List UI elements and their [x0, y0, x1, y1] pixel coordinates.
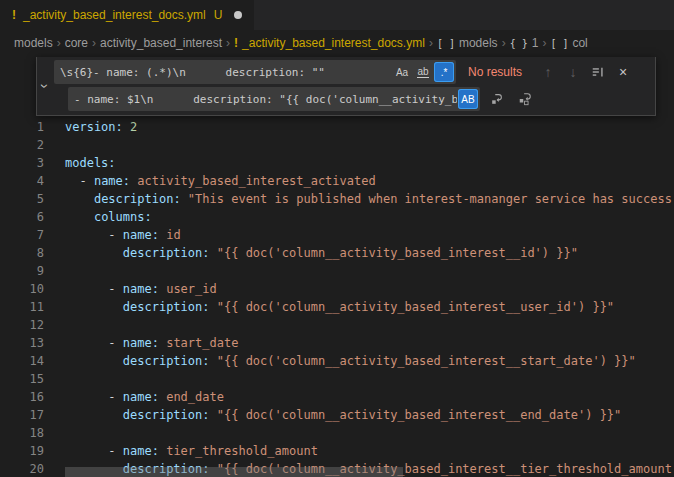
- line-number[interactable]: 10: [0, 280, 44, 298]
- preserve-case-button[interactable]: AB: [458, 89, 478, 109]
- line-number[interactable]: 5: [0, 190, 44, 208]
- breadcrumb-item[interactable]: activity_based_interest: [100, 36, 222, 50]
- code-token: start_date: [166, 336, 238, 350]
- breadcrumb-label: col: [572, 36, 587, 50]
- code-token: name:: [94, 174, 130, 188]
- line-number[interactable]: 14: [0, 352, 44, 370]
- line-number[interactable]: 4: [0, 172, 44, 190]
- regex-button[interactable]: .*: [434, 62, 454, 82]
- breadcrumb-label: activity_based_interest: [100, 36, 222, 50]
- code-area: version: 2models: - name: activity_based…: [65, 118, 674, 477]
- breadcrumb-separator: ›: [429, 36, 433, 50]
- code-line[interactable]: [65, 316, 674, 334]
- find-in-selection-button[interactable]: [587, 61, 609, 83]
- code-line[interactable]: - name: user_id: [65, 280, 674, 298]
- code-token: name:: [123, 444, 159, 458]
- breadcrumb-item[interactable]: core: [65, 36, 88, 50]
- code-line[interactable]: - name: id: [65, 226, 674, 244]
- breadcrumb-item[interactable]: !_activity_based_interest_docs.yml: [234, 36, 425, 50]
- editor[interactable]: 1234567891011121314151617181920 version:…: [0, 56, 674, 477]
- line-number[interactable]: 8: [0, 244, 44, 262]
- match-case-button[interactable]: Aa: [392, 62, 412, 82]
- code-line[interactable]: - name: activity_based_interest_activate…: [65, 172, 674, 190]
- code-token: "This event is published when interest-m…: [188, 192, 672, 206]
- code-line[interactable]: - name: tier_threshold_amount: [65, 442, 674, 460]
- line-number[interactable]: 12: [0, 316, 44, 334]
- code-line[interactable]: description: "This event is published wh…: [65, 190, 674, 208]
- tab-active-file[interactable]: ! _activity_based_interest_docs.yml U: [0, 0, 255, 30]
- code-line[interactable]: description: "{{ doc('column__activity_b…: [65, 298, 674, 316]
- code-token: [210, 408, 217, 422]
- close-button[interactable]: ×: [612, 61, 634, 83]
- code-token: -: [65, 174, 94, 188]
- code-line[interactable]: description: "{{ doc('column__activity_b…: [65, 406, 674, 424]
- line-number[interactable]: 19: [0, 442, 44, 460]
- code-token: [123, 120, 130, 134]
- gutter: 1234567891011121314151617181920: [0, 118, 44, 477]
- replace-input[interactable]: [74, 93, 457, 106]
- breadcrumb-item[interactable]: [ ]models: [437, 36, 498, 50]
- next-match-button[interactable]: ↓: [562, 61, 584, 83]
- find-widget: › Aa ab .* No results ↑ ↓: [36, 57, 656, 116]
- code-line[interactable]: [65, 370, 674, 388]
- line-number[interactable]: 9: [0, 262, 44, 280]
- replace-button[interactable]: [486, 88, 508, 110]
- breadcrumb-item[interactable]: { }1: [510, 36, 539, 50]
- replace-all-button[interactable]: [514, 88, 536, 110]
- breadcrumb-label: models: [459, 36, 498, 50]
- dirty-indicator[interactable]: [234, 11, 242, 19]
- whole-word-button[interactable]: ab: [413, 62, 433, 82]
- breadcrumb-label: _activity_based_interest_docs.yml: [242, 36, 425, 50]
- code-line[interactable]: description: "{{ doc('column__activity_b…: [65, 244, 674, 262]
- breadcrumb-item[interactable]: models: [14, 36, 53, 50]
- line-number[interactable]: 17: [0, 406, 44, 424]
- line-number[interactable]: 6: [0, 208, 44, 226]
- find-input[interactable]: [60, 66, 391, 79]
- symbol-array-icon: [ ]: [437, 38, 455, 49]
- code-line[interactable]: - name: start_date: [65, 334, 674, 352]
- code-token: models:: [65, 156, 116, 170]
- code-line[interactable]: models:: [65, 154, 674, 172]
- toggle-replace-button[interactable]: ›: [37, 60, 54, 111]
- line-number[interactable]: 16: [0, 388, 44, 406]
- code-line[interactable]: [65, 424, 674, 442]
- code-token: -: [65, 336, 123, 350]
- find-widget-rows: Aa ab .* No results ↑ ↓: [54, 60, 651, 111]
- breadcrumb-separator: ›: [226, 36, 230, 50]
- line-number[interactable]: 2: [0, 136, 44, 154]
- line-number[interactable]: 3: [0, 154, 44, 172]
- line-number[interactable]: 7: [0, 226, 44, 244]
- breadcrumb-separator: ›: [57, 36, 61, 50]
- code-token: description:: [123, 246, 210, 260]
- breadcrumb-separator: ›: [542, 36, 546, 50]
- whole-word-label: ab: [417, 66, 428, 78]
- code-line[interactable]: [65, 262, 674, 280]
- code-token: -: [65, 444, 123, 458]
- code-token: version:: [65, 120, 123, 134]
- code-token: description:: [123, 300, 210, 314]
- code-token: [210, 300, 217, 314]
- horizontal-scrollbar[interactable]: [65, 467, 403, 477]
- code-line[interactable]: description: "{{ doc('column__activity_b…: [65, 352, 674, 370]
- breadcrumb-separator: ›: [92, 36, 96, 50]
- git-status-badge: U: [214, 8, 223, 22]
- breadcrumb-item[interactable]: [ ]col: [550, 36, 587, 50]
- code-token: name:: [123, 336, 159, 350]
- line-number[interactable]: 18: [0, 424, 44, 442]
- line-number[interactable]: 1: [0, 118, 44, 136]
- line-number[interactable]: 15: [0, 370, 44, 388]
- vscode-window: ! _activity_based_interest_docs.yml U mo…: [0, 0, 674, 477]
- code-line[interactable]: - name: end_date: [65, 388, 674, 406]
- code-token: [65, 408, 123, 422]
- code-line[interactable]: [65, 136, 674, 154]
- code-token: [65, 300, 123, 314]
- code-line[interactable]: version: 2: [65, 118, 674, 136]
- previous-match-button[interactable]: ↑: [537, 61, 559, 83]
- code-token: 2: [130, 120, 137, 134]
- line-number[interactable]: 20: [0, 460, 44, 477]
- code-token: [65, 246, 123, 260]
- code-line[interactable]: columns:: [65, 208, 674, 226]
- line-number[interactable]: 13: [0, 334, 44, 352]
- line-number[interactable]: 11: [0, 298, 44, 316]
- symbol-object-icon: { }: [510, 38, 528, 49]
